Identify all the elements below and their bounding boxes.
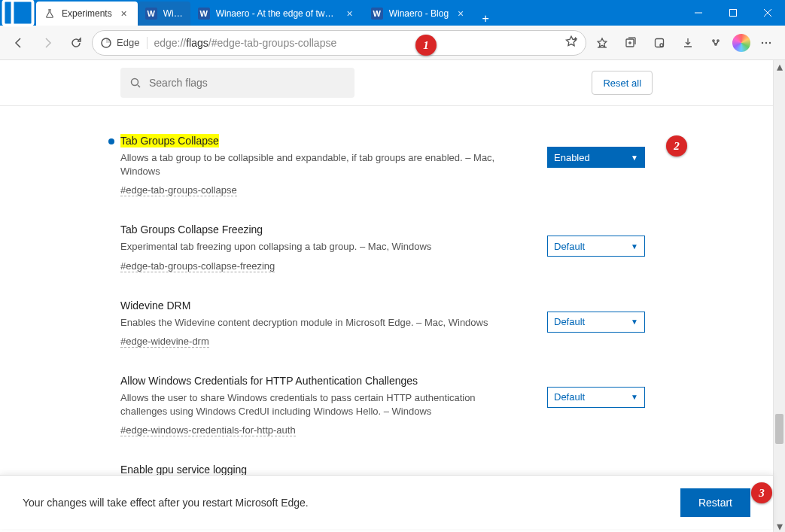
window-close-button[interactable] bbox=[750, 0, 785, 26]
tab-label: Winaero - Blog bbox=[389, 8, 449, 19]
flag-select[interactable]: Default▼ bbox=[547, 312, 645, 333]
downloads-button[interactable] bbox=[675, 30, 701, 56]
address-bar[interactable]: Edge edge://flags/#edge-tab-groups-colla… bbox=[92, 30, 586, 56]
scroll-up-icon[interactable]: ▴ bbox=[774, 60, 785, 72]
scrollbar-thumb[interactable] bbox=[775, 414, 783, 444]
tab-actions-icon[interactable] bbox=[0, 0, 36, 26]
flag-value: Enabled bbox=[554, 152, 590, 163]
close-icon[interactable]: × bbox=[344, 8, 356, 20]
winaero-favicon: W bbox=[198, 8, 210, 20]
restart-message: Your changes will take effect after you … bbox=[23, 497, 309, 509]
chevron-down-icon: ▼ bbox=[631, 242, 638, 251]
annotation-2: 2 bbox=[666, 135, 687, 157]
svg-point-21 bbox=[769, 41, 771, 43]
flag-description: Allows the user to share Windows credent… bbox=[120, 391, 517, 418]
flag-description: Experimental tab freezing upon collapsin… bbox=[120, 240, 517, 254]
close-icon[interactable]: × bbox=[118, 8, 130, 20]
reset-all-button[interactable]: Reset all bbox=[592, 71, 653, 95]
extensions-button[interactable] bbox=[647, 30, 672, 56]
annotation-1: 1 bbox=[415, 35, 437, 56]
tab-winaero-1[interactable]: W Winaero bbox=[138, 2, 190, 26]
flag-select[interactable]: Default▼ bbox=[547, 387, 645, 408]
titlebar: Experiments × W Winaero W Winaero - At t… bbox=[0, 0, 785, 26]
tab-label: Experiments bbox=[62, 8, 112, 19]
winaero-favicon: W bbox=[145, 8, 157, 20]
profile-avatar[interactable] bbox=[732, 34, 750, 52]
flag-control: Default▼ bbox=[547, 223, 653, 272]
flask-icon bbox=[44, 8, 56, 20]
tab-strip: Experiments × W Winaero W Winaero - At t… bbox=[36, 0, 681, 26]
flag-info: Tab Groups CollapseAllows a tab group to… bbox=[120, 135, 517, 196]
vertical-scrollbar[interactable]: ▴ ▾ bbox=[773, 60, 785, 532]
flag-select[interactable]: Default▼ bbox=[547, 236, 645, 257]
tab-label: Winaero bbox=[163, 8, 183, 19]
flag-value: Default bbox=[554, 391, 585, 403]
flag-control: Default▼ bbox=[547, 375, 653, 436]
edge-icon bbox=[100, 37, 112, 49]
maximize-button[interactable] bbox=[716, 0, 750, 26]
collections-button[interactable] bbox=[618, 30, 644, 56]
flag-anchor-link[interactable]: #edge-tab-groups-collapse bbox=[120, 184, 237, 196]
flag-select[interactable]: Enabled▼ bbox=[547, 147, 645, 168]
edge-label: Edge bbox=[117, 37, 139, 48]
close-icon[interactable]: × bbox=[455, 8, 467, 20]
edge-chip: Edge bbox=[100, 37, 148, 49]
annotation-3: 3 bbox=[751, 482, 772, 503]
flag-anchor-link[interactable]: #edge-widevine-drm bbox=[120, 336, 209, 348]
tab-label: Winaero - At the edge of tweak bbox=[216, 8, 338, 19]
flag-control: Enabled▼ bbox=[547, 135, 653, 196]
flag-title: Widevine DRM bbox=[120, 299, 517, 312]
flag-value: Default bbox=[554, 316, 585, 327]
toolbar: Edge edge://flags/#edge-tab-groups-colla… bbox=[0, 26, 785, 60]
chevron-down-icon: ▼ bbox=[631, 154, 638, 162]
flag-row: Tab Groups Collapse FreezingExperimental… bbox=[120, 210, 653, 285]
modified-dot-icon bbox=[108, 138, 114, 144]
back-button[interactable] bbox=[6, 30, 32, 56]
new-tab-button[interactable]: + bbox=[474, 12, 497, 26]
flag-row: Tab Groups CollapseAllows a tab group to… bbox=[120, 121, 653, 210]
svg-point-22 bbox=[132, 79, 138, 86]
winaero-favicon: W bbox=[371, 8, 383, 20]
flag-row: Allow Windows Credentials for HTTP Authe… bbox=[120, 361, 653, 450]
chevron-down-icon: ▼ bbox=[631, 318, 638, 326]
flag-anchor-link[interactable]: #edge-tab-groups-collapse-freezing bbox=[120, 260, 275, 272]
page-content: Reset all Tab Groups CollapseAllows a ta… bbox=[0, 60, 773, 532]
minimize-button[interactable] bbox=[681, 0, 716, 26]
url-text: edge://flags/#edge-tab-groups-collapse bbox=[154, 37, 558, 49]
reload-button[interactable] bbox=[63, 30, 89, 56]
restart-button[interactable]: Restart bbox=[680, 488, 750, 517]
svg-point-20 bbox=[765, 41, 767, 43]
scroll-down-icon[interactable]: ▾ bbox=[774, 520, 785, 532]
flag-title: Tab Groups Collapse Freezing bbox=[120, 223, 517, 236]
restart-bar: Your changes will take effect after you … bbox=[0, 475, 773, 529]
tab-winaero-3[interactable]: W Winaero - Blog × bbox=[364, 2, 474, 26]
svg-rect-3 bbox=[730, 10, 737, 17]
flag-info: Tab Groups Collapse FreezingExperimental… bbox=[120, 223, 517, 272]
flag-description: Allows a tab group to be collapsible and… bbox=[120, 151, 517, 178]
menu-button[interactable] bbox=[753, 30, 779, 56]
flag-value: Default bbox=[554, 241, 585, 252]
favorites-button[interactable] bbox=[589, 30, 615, 56]
forward-button[interactable] bbox=[35, 30, 60, 56]
svg-rect-0 bbox=[4, 1, 33, 26]
favorite-icon[interactable] bbox=[564, 35, 578, 51]
search-flags-box[interactable] bbox=[120, 68, 354, 98]
flag-anchor-link[interactable]: #edge-windows-credentials-for-http-auth bbox=[120, 424, 296, 436]
flag-title: Tab Groups Collapse bbox=[120, 135, 517, 147]
svg-point-15 bbox=[660, 44, 663, 47]
flag-info: Widevine DRMEnables the Widevine content… bbox=[120, 299, 517, 348]
apps-button[interactable] bbox=[704, 30, 729, 56]
search-icon bbox=[129, 77, 141, 89]
window-controls bbox=[681, 0, 785, 26]
flag-description: Enables the Widevine content decryption … bbox=[120, 316, 517, 330]
flag-info: Allow Windows Credentials for HTTP Authe… bbox=[120, 375, 517, 436]
chevron-down-icon: ▼ bbox=[631, 393, 638, 401]
tab-winaero-2[interactable]: W Winaero - At the edge of tweak × bbox=[190, 2, 364, 26]
svg-point-19 bbox=[762, 41, 763, 43]
flag-control: Default▼ bbox=[547, 299, 653, 348]
flag-row: Widevine DRMEnables the Widevine content… bbox=[120, 286, 653, 361]
search-input[interactable] bbox=[149, 77, 345, 89]
flag-title: Enable gpu service logging bbox=[120, 464, 517, 476]
flags-header: Reset all bbox=[0, 60, 773, 106]
tab-experiments[interactable]: Experiments × bbox=[36, 2, 138, 26]
